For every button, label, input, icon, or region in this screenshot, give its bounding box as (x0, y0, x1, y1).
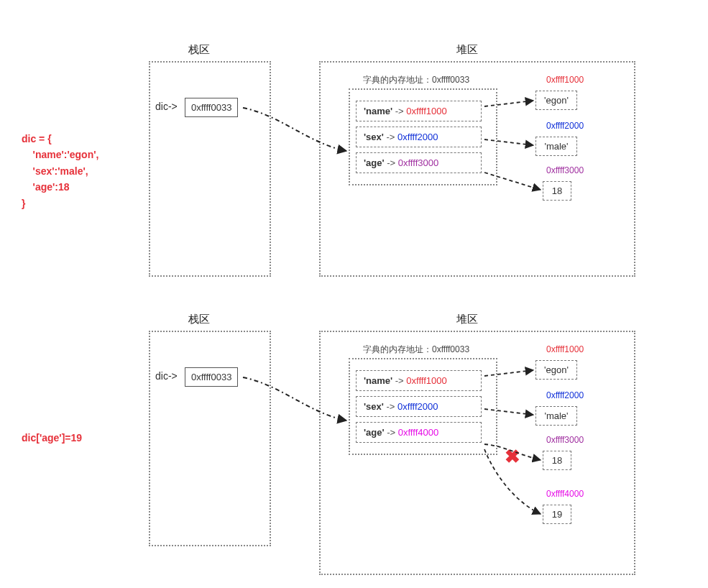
val-box-2-0: 'egon' (535, 360, 577, 380)
dict-entry-name-1: 'name' -> 0xffff1000 (356, 101, 482, 121)
stack-addr-box-2: 0xffff0033 (185, 367, 238, 387)
dict-container-1: 'name' -> 0xffff1000 'sex' -> 0xffff2000… (349, 88, 497, 185)
val-addr-1-2: 0xffff3000 (546, 165, 584, 175)
dict-container-2: 'name' -> 0xffff1000 'sex' -> 0xffff2000… (349, 358, 497, 455)
stack-addr-box-1: 0xffff0033 (185, 98, 238, 117)
val-box-2-2: 18 (543, 451, 571, 470)
dict-entry-name-2: 'name' -> 0xffff1000 (356, 370, 482, 391)
val-addr-1-1: 0xffff2000 (546, 121, 584, 131)
val-addr-2-1: 0xffff2000 (546, 390, 584, 400)
dict-entry-age-2: 'age' -> 0xffff4000 (356, 422, 482, 443)
dict-entry-sex-2: 'sex' -> 0xffff2000 (356, 396, 482, 417)
dic-ptr-label-1: dic-> (155, 101, 178, 112)
stack-title-1: 栈区 (188, 43, 210, 57)
dict-entry-sex-1: 'sex' -> 0xffff2000 (356, 127, 482, 147)
val-addr-2-2: 0xffff3000 (546, 435, 584, 445)
dict-entry-age-1: 'age' -> 0xffff3000 (356, 152, 482, 173)
code-block-2: dic['age']=19 (22, 430, 82, 446)
stack-title-2: 栈区 (188, 313, 210, 326)
dict-addr-label-1: 字典的内存地址：0xffff0033 (363, 74, 469, 86)
heap-title-1: 堆区 (456, 43, 478, 57)
val-addr-2-0: 0xffff1000 (546, 344, 584, 354)
val-addr-2-3: 0xffff4000 (546, 489, 584, 499)
cross-icon: ✖ (505, 446, 520, 468)
val-box-2-3: 19 (543, 505, 571, 524)
val-addr-1-0: 0xffff1000 (546, 75, 584, 85)
code-block-1: dic = { 'name':'egon', 'sex':'male', 'ag… (22, 131, 98, 211)
val-box-1-1: 'male' (535, 137, 577, 156)
dict-addr-label-2: 字典的内存地址：0xffff0033 (363, 344, 469, 356)
dic-ptr-label-2: dic-> (155, 370, 178, 382)
val-box-2-1: 'male' (535, 406, 577, 426)
val-box-1-2: 18 (543, 181, 571, 201)
stack-area-2 (149, 331, 271, 546)
val-box-1-0: 'egon' (535, 91, 577, 110)
stack-area-1 (149, 61, 271, 277)
heap-title-2: 堆区 (456, 313, 478, 326)
